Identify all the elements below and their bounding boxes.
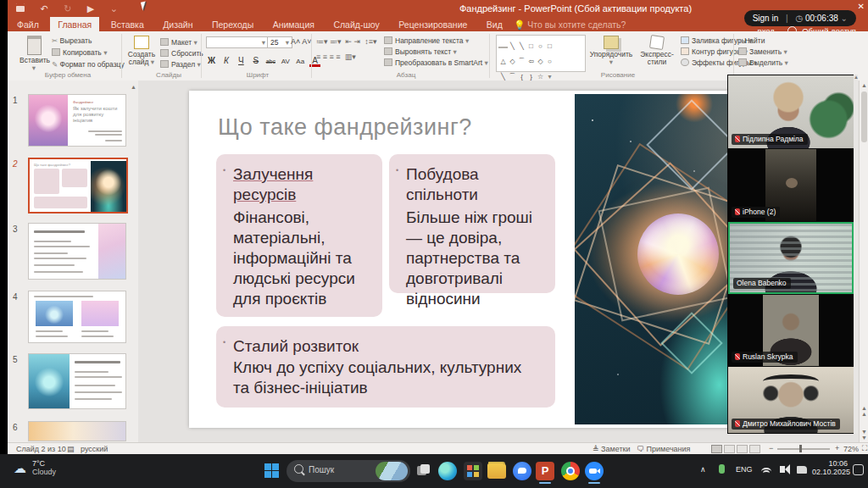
cut-button[interactable]: ✂ Вырезать (52, 36, 92, 46)
editor-scrollbar[interactable]: ▲ ▲▲ ▼▼ (859, 80, 868, 442)
smartart-button[interactable]: Преобразовать в SmartArt ▾ (384, 58, 488, 68)
replace-button[interactable]: Заменить ▾ (738, 47, 787, 57)
strikethrough-button[interactable]: abc (265, 58, 276, 64)
signin-button[interactable]: Sign in (753, 14, 779, 23)
undo-icon[interactable]: ↶ (40, 3, 47, 14)
tab-home[interactable]: Главная (50, 17, 99, 31)
tab-slideshow[interactable]: Слайд-шоу (326, 17, 387, 31)
align-text-button[interactable]: Выровнять текст ▾ (384, 47, 457, 57)
pen-icon[interactable] (797, 466, 807, 474)
arrange-button[interactable]: Упорядочить▾ (587, 36, 635, 66)
meeting-timer-pill[interactable]: Sign in | ◷ 00:06:38 ⌄ (744, 10, 856, 26)
quick-styles-button[interactable]: Экспресс-стили (637, 36, 677, 66)
zoom-app-icon[interactable] (585, 462, 604, 480)
slide-box-community[interactable]: • Побудова спільноти Більше ніж гроші — … (389, 154, 555, 293)
search-box[interactable]: Пошук (287, 460, 410, 482)
thumbs-scroll-up-icon[interactable]: ▲ (131, 84, 136, 90)
scroll-thumb[interactable] (861, 92, 867, 142)
bullets-numbering-row[interactable]: ≔▾ ≕▾ ⇤ ⇥ ↕≡▾ (316, 37, 376, 47)
tab-animations[interactable]: Анимация (265, 17, 322, 31)
video-tile[interactable]: Дмитро Михайлович Мостів (728, 367, 854, 433)
close-icon[interactable]: ✕ (858, 2, 865, 11)
slide-thumbnail-5[interactable] (28, 353, 126, 409)
video-tile-active-speaker[interactable]: Olena Babenko (728, 222, 854, 294)
tab-design[interactable]: Дизайн (155, 17, 200, 31)
start-button[interactable] (264, 463, 279, 478)
slide-box-sustainability[interactable]: • Сталий розвиток Ключ до успіху соціаль… (216, 326, 555, 408)
slide-title[interactable]: Що таке фандрейзинг? (218, 114, 472, 141)
select-button[interactable]: Выделить ▾ (738, 58, 788, 68)
spellcheck-icon[interactable]: ▤ (67, 445, 75, 453)
tray-language[interactable]: ENG (736, 465, 753, 474)
zoom-slider-track[interactable] (777, 448, 830, 450)
language-indicator[interactable]: русский (81, 445, 108, 453)
char-spacing-button[interactable]: AV (280, 58, 291, 65)
align-row[interactable]: ≡ ≡ ≡ ≡ ▥▾ (316, 53, 356, 62)
tab-review[interactable]: Рецензирование (391, 17, 475, 31)
slide-box-resources[interactable]: • Залучення ресурсів Фінансові, матеріал… (216, 154, 382, 317)
normal-view-icon[interactable] (711, 445, 722, 453)
weather-icon[interactable]: ☁ (14, 461, 26, 476)
task-view-icon[interactable] (417, 464, 431, 476)
tab-transitions[interactable]: Переходы (204, 17, 261, 31)
slide-thumbnail-6[interactable] (28, 421, 126, 441)
layout-button[interactable]: Макет ▾ (160, 38, 198, 47)
weather-widget[interactable]: 7°C Cloudy (32, 459, 56, 476)
format-painter-button[interactable]: ✎ Формат по образцу (52, 60, 125, 69)
sorter-view-icon[interactable] (724, 445, 735, 453)
paste-button[interactable]: Вставить▾ (19, 36, 48, 72)
tab-insert[interactable]: Вставка (103, 17, 152, 31)
store-icon[interactable] (464, 462, 482, 480)
slide-thumbnail-1[interactable]: Фандрейзинг Як залучити кошти для розвит… (28, 94, 126, 147)
tray-mic-icon[interactable] (719, 464, 725, 474)
section-button[interactable]: Раздел ▾ (160, 60, 201, 69)
copy-button[interactable]: Копировать ▾ (52, 48, 107, 58)
file-explorer-icon[interactable] (487, 463, 506, 479)
slide-thumbnail-2[interactable]: Що таке фандрейзинг? (28, 158, 128, 214)
italic-button[interactable]: К (220, 56, 231, 65)
bold-button[interactable]: Ж (206, 56, 217, 65)
zoom-out-button[interactable]: − (769, 444, 773, 452)
slide-thumbnail-4[interactable] (28, 291, 126, 343)
video-tile[interactable]: Підлипна Радміла (728, 75, 854, 148)
notification-bell-icon[interactable] (853, 464, 864, 475)
shadow-button[interactable]: S (250, 56, 261, 65)
powerpoint-icon[interactable]: P (536, 462, 554, 480)
tab-view[interactable]: Вид (479, 17, 510, 31)
fit-slide-icon[interactable]: ⛶ (862, 444, 867, 453)
next-slide-button[interactable]: ▼▼ (860, 429, 868, 441)
shape-recent[interactable] (498, 47, 508, 48)
edge-icon[interactable] (438, 462, 457, 480)
tray-chevron-icon[interactable]: ∧ (700, 465, 706, 474)
shapes-gallery[interactable]: ╲╲□○□ △◇⌒⇦◇○ ╲⌒{}☆▾ (496, 35, 586, 72)
underline-button[interactable]: Ч (236, 56, 247, 65)
zoom-slider-thumb[interactable] (799, 445, 802, 452)
zoom-level[interactable]: 72% (843, 445, 859, 453)
text-direction-button[interactable]: Направление текста ▾ (384, 36, 469, 46)
scroll-up-icon[interactable]: ▲ (860, 82, 868, 88)
clock-widget[interactable]: 10:06 02.10.2025 (812, 459, 848, 476)
slideshow-icon[interactable]: ▶ (87, 3, 94, 14)
chrome-icon[interactable] (561, 462, 580, 480)
slide-thumbnail-3[interactable] (28, 223, 126, 280)
prev-slide-button[interactable]: ▲▲ (860, 405, 868, 417)
font-name-combo[interactable]: ▾ (206, 36, 269, 48)
customize-qat-icon[interactable]: ⌄ (110, 3, 118, 14)
grow-shrink-font[interactable]: A˄ A˅ (291, 37, 312, 47)
new-slide-button[interactable]: Создать слайд ▾ (125, 36, 158, 66)
video-tile[interactable]: Ruslan Skrypka (728, 295, 854, 366)
comments-toggle[interactable]: 🗨 Примечания (637, 445, 690, 453)
reset-button[interactable]: Сбросить (160, 49, 203, 58)
messenger-icon[interactable] (513, 462, 531, 480)
find-button[interactable]: ⌕ Найти (738, 36, 765, 46)
zoom-in-button[interactable]: + (835, 444, 839, 452)
font-size-combo[interactable]: 25▾ (267, 36, 292, 48)
view-buttons[interactable] (711, 444, 762, 453)
slideshow-view-icon[interactable] (749, 445, 760, 453)
reading-view-icon[interactable] (737, 445, 748, 453)
slide-counter[interactable]: Слайд 2 из 10 (16, 445, 66, 453)
notes-toggle[interactable]: ≜ Заметки (593, 445, 630, 453)
save-icon[interactable] (16, 3, 25, 12)
redo-icon[interactable]: ↻ (64, 3, 71, 14)
tab-file[interactable]: Файл (9, 17, 47, 31)
